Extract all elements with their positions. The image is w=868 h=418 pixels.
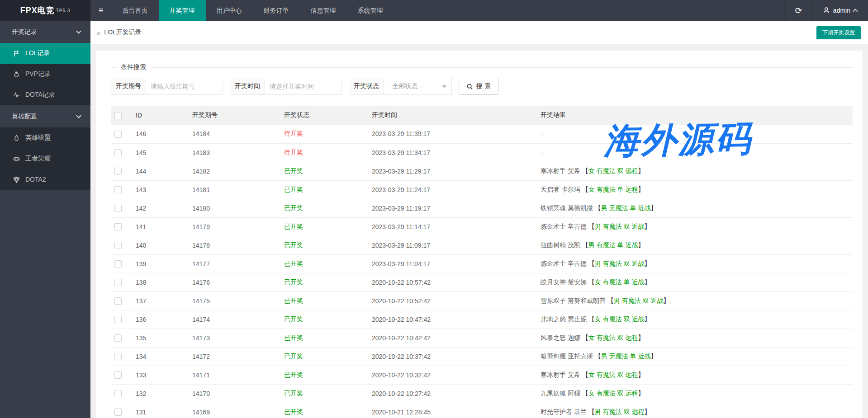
result-bracket-open: 【 (587, 315, 595, 323)
nav-tab-1[interactable]: 后台首页 (112, 0, 159, 21)
search-panel-legend: 条件搜索 (116, 63, 151, 71)
refresh-icon[interactable]: ⟳ (785, 0, 811, 21)
result-bracket-close: 】 (644, 223, 650, 230)
cell-time: 2020-10-22 10:57:42 (372, 279, 431, 286)
sidebar-item-PVP记录[interactable]: PVP记录 (0, 64, 90, 85)
time-field-group: 开奖时间 (230, 78, 342, 95)
nav-tab-2[interactable]: 开奖管理 (159, 0, 206, 21)
sidebar-item-DOTA记录[interactable]: DOTA记录 (0, 85, 90, 105)
cell-time: 2020-10-22 10:37:42 (372, 353, 431, 360)
cell-status: 已开奖 (284, 334, 303, 341)
nav-tab-3[interactable]: 用户中心 (206, 0, 253, 21)
content-card: 条件搜索 开奖期号 开奖时间 开奖状态 - 全部状态 - (96, 51, 863, 418)
cell-issue: 14179 (192, 223, 210, 230)
fire-icon (13, 70, 20, 78)
cell-issue: 14171 (192, 371, 210, 379)
cell-result-name: 风暴之怒 迦娜 (541, 334, 580, 341)
cell-result-attrs: 男 有魔法 双 近战 (614, 297, 664, 304)
table-row: 13314171已开奖2020-10-22 10:32:42寒冰射手 艾希 【女… (111, 366, 853, 384)
cell-id: 131 (136, 409, 146, 416)
sidebar: 开奖记录LOL记录PVP记录DOTA记录英雄配置英雄联盟王者荣耀DOTA2 (0, 21, 90, 418)
cell-issue: 14183 (192, 149, 210, 156)
chevron-down-icon (76, 113, 81, 118)
pulse-icon (13, 91, 20, 99)
cell-status: 已开奖 (284, 241, 303, 249)
cell-time: 2020-10-22 10:47:42 (372, 316, 431, 323)
cell-result-name: 雪原双子 努努和威朗普 (541, 297, 606, 304)
sidebar-item-label: LOL记录 (25, 49, 50, 57)
cell-issue: 14170 (192, 390, 210, 397)
row-checkbox[interactable] (114, 242, 122, 249)
row-checkbox[interactable] (114, 168, 122, 175)
table-row: 14414182已开奖2023-03-29 11:29:17寒冰射手 艾希 【女… (111, 162, 853, 180)
row-checkbox[interactable] (114, 334, 122, 342)
hamburger-icon[interactable]: ≡ (90, 0, 112, 21)
cell-id: 141 (136, 223, 146, 230)
select-all-checkbox[interactable] (114, 112, 122, 119)
sidebar-group-1[interactable]: 开奖记录 (0, 21, 90, 43)
breadcrumb: » LOL开奖记录 (97, 28, 142, 37)
row-checkbox[interactable] (114, 353, 122, 360)
status-select[interactable]: - 全部状态 - (384, 78, 452, 95)
cell-issue: 14184 (192, 130, 210, 137)
result-bracket-open: 【 (587, 408, 595, 415)
cell-issue: 14172 (192, 353, 210, 360)
cell-result-name: 炼金术士 辛吉德 (541, 260, 587, 267)
row-checkbox[interactable] (114, 186, 122, 193)
cell-issue: 14180 (192, 205, 210, 212)
row-checkbox[interactable] (114, 149, 122, 156)
row-checkbox[interactable] (114, 316, 122, 323)
cell-status: 已开奖 (284, 390, 303, 397)
result-bracket-close: 】 (638, 186, 644, 193)
table-row: 14514183待开奖2023-03-29 11:34:17-- (111, 143, 853, 162)
cell-id: 136 (136, 316, 146, 323)
sidebar-group-2[interactable]: 英雄配置 (0, 105, 90, 127)
cell-issue: 14176 (192, 279, 210, 286)
nav-tab-5[interactable]: 信息管理 (300, 0, 347, 21)
cell-status: 已开奖 (284, 260, 303, 267)
cell-issue: 14178 (192, 242, 210, 249)
cell-status: 已开奖 (284, 278, 303, 286)
draw-time-input[interactable] (265, 78, 342, 95)
cell-id: 140 (136, 242, 146, 249)
cell-id: 135 (136, 334, 146, 342)
nav-tab-6[interactable]: 系统管理 (347, 0, 394, 21)
issue-input[interactable] (146, 78, 223, 95)
gamepad-icon (13, 155, 20, 163)
cell-id: 145 (136, 149, 146, 156)
sidebar-group-label: 英雄配置 (12, 113, 37, 121)
cell-status: 已开奖 (284, 315, 303, 323)
sidebar-item-王者荣耀[interactable]: 王者荣耀 (0, 148, 90, 169)
cell-id: 144 (136, 168, 146, 175)
sidebar-item-DOTA2[interactable]: DOTA2 (0, 169, 90, 190)
row-checkbox[interactable] (114, 131, 122, 138)
user-menu[interactable]: admin (811, 0, 868, 21)
search-button[interactable]: 搜 索 (459, 78, 498, 95)
cell-time: 2020-10-22 10:42:42 (372, 334, 431, 342)
cell-result-name: -- (541, 130, 545, 137)
sidebar-item-英雄联盟[interactable]: 英雄联盟 (0, 127, 90, 148)
row-checkbox[interactable] (114, 297, 122, 305)
nav-tab-4[interactable]: 财务订单 (253, 0, 300, 21)
cell-issue: 14174 (192, 316, 210, 323)
issue-field-label: 开奖期号 (111, 78, 146, 95)
cell-result-name: 北地之怒 瑟庄妮 (541, 315, 587, 323)
row-checkbox[interactable] (114, 279, 122, 286)
row-checkbox[interactable] (114, 205, 122, 212)
app-logo-text: FPX电竞 (20, 5, 55, 16)
cell-status: 已开奖 (284, 371, 303, 378)
sidebar-item-label: DOTA记录 (25, 91, 55, 99)
row-checkbox[interactable] (114, 371, 122, 379)
sidebar-item-LOL记录[interactable]: LOL记录 (0, 43, 90, 64)
cell-issue: 14177 (192, 260, 210, 268)
cell-result-name: 炼金术士 辛吉德 (541, 223, 587, 230)
column-header-issue: 开奖期号 (192, 106, 284, 125)
next-draw-settings-button[interactable]: 下期开奖设置 (816, 26, 861, 39)
row-checkbox[interactable] (114, 409, 122, 416)
row-checkbox[interactable] (114, 223, 122, 230)
cell-status: 已开奖 (284, 408, 303, 415)
table-row: 14214180已开奖2023-03-29 11:19:17铁铠冥魂 莫德凯撒 … (111, 199, 853, 217)
row-checkbox[interactable] (114, 390, 122, 397)
row-checkbox[interactable] (114, 260, 122, 268)
result-bracket-close: 】 (638, 334, 644, 341)
